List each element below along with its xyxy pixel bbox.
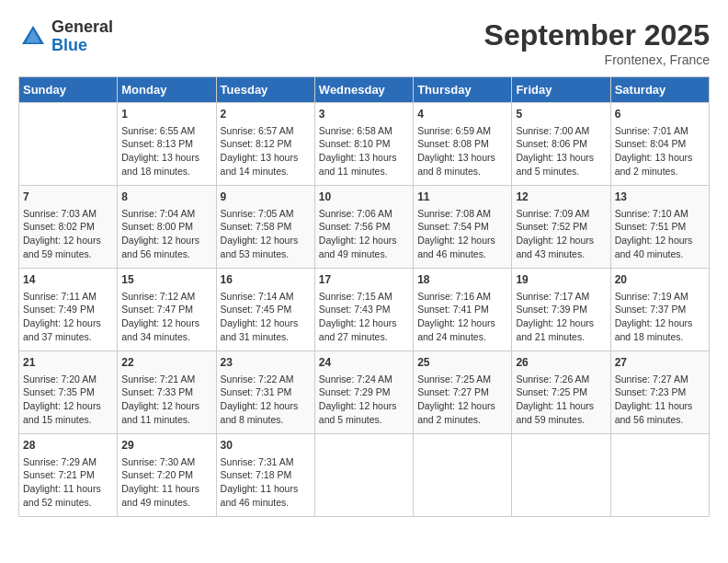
calendar-day-cell: 23Sunrise: 7:22 AM Sunset: 7:31 PM Dayli… xyxy=(216,351,314,434)
day-number: 3 xyxy=(319,107,409,122)
day-info: Sunrise: 7:19 AM Sunset: 7:37 PM Dayligh… xyxy=(615,290,705,344)
day-number: 15 xyxy=(121,272,211,288)
day-info: Sunrise: 7:01 AM Sunset: 8:04 PM Dayligh… xyxy=(615,124,705,178)
calendar-day-cell: 7Sunrise: 7:03 AM Sunset: 8:02 PM Daylig… xyxy=(19,186,118,269)
calendar-day-cell xyxy=(512,434,610,517)
calendar-day-cell: 11Sunrise: 7:08 AM Sunset: 7:54 PM Dayli… xyxy=(414,186,512,269)
logo-text: General Blue xyxy=(51,18,113,55)
calendar-week-row: 21Sunrise: 7:20 AM Sunset: 7:35 PM Dayli… xyxy=(19,351,710,434)
day-info: Sunrise: 7:31 AM Sunset: 7:18 PM Dayligh… xyxy=(221,455,311,510)
calendar-day-cell xyxy=(610,434,709,517)
title-block: September 2025 Frontenex, France xyxy=(484,18,710,67)
logo-blue: Blue xyxy=(51,37,113,55)
location: Frontenex, France xyxy=(484,52,710,67)
day-number: 23 xyxy=(221,355,311,371)
day-number: 16 xyxy=(221,272,311,288)
day-info: Sunrise: 7:06 AM Sunset: 7:56 PM Dayligh… xyxy=(319,207,409,261)
day-number: 2 xyxy=(221,107,311,122)
day-info: Sunrise: 7:05 AM Sunset: 7:58 PM Dayligh… xyxy=(221,207,311,261)
calendar-day-cell: 13Sunrise: 7:10 AM Sunset: 7:51 PM Dayli… xyxy=(610,186,709,269)
logo-icon xyxy=(18,22,48,52)
day-number: 27 xyxy=(615,355,705,371)
calendar-day-cell: 20Sunrise: 7:19 AM Sunset: 7:37 PM Dayli… xyxy=(610,269,709,351)
calendar-body: 1Sunrise: 6:55 AM Sunset: 8:13 PM Daylig… xyxy=(19,103,710,517)
calendar-day-cell: 1Sunrise: 6:55 AM Sunset: 8:13 PM Daylig… xyxy=(118,103,216,186)
calendar-day-cell: 19Sunrise: 7:17 AM Sunset: 7:39 PM Dayli… xyxy=(512,269,610,351)
day-info: Sunrise: 7:30 AM Sunset: 7:20 PM Dayligh… xyxy=(121,455,211,510)
day-number: 7 xyxy=(23,190,113,205)
day-info: Sunrise: 7:20 AM Sunset: 7:35 PM Dayligh… xyxy=(23,373,113,427)
calendar-day-cell xyxy=(19,103,118,186)
calendar-week-row: 14Sunrise: 7:11 AM Sunset: 7:49 PM Dayli… xyxy=(19,269,710,351)
calendar-table: SundayMondayTuesdayWednesdayThursdayFrid… xyxy=(18,76,710,517)
calendar-week-row: 1Sunrise: 6:55 AM Sunset: 8:13 PM Daylig… xyxy=(19,103,710,186)
day-number: 11 xyxy=(417,190,507,205)
day-info: Sunrise: 7:17 AM Sunset: 7:39 PM Dayligh… xyxy=(516,290,606,344)
logo: General Blue xyxy=(18,18,113,55)
calendar-day-cell: 27Sunrise: 7:27 AM Sunset: 7:23 PM Dayli… xyxy=(610,351,709,434)
weekday-header-cell: Saturday xyxy=(610,77,709,103)
month-title: September 2025 xyxy=(484,18,710,52)
weekday-header-cell: Thursday xyxy=(414,77,512,103)
calendar-week-row: 7Sunrise: 7:03 AM Sunset: 8:02 PM Daylig… xyxy=(19,186,710,269)
day-number: 14 xyxy=(23,272,113,288)
day-info: Sunrise: 6:58 AM Sunset: 8:10 PM Dayligh… xyxy=(319,124,409,178)
calendar-day-cell: 3Sunrise: 6:58 AM Sunset: 8:10 PM Daylig… xyxy=(314,103,413,186)
day-number: 1 xyxy=(121,107,211,122)
day-number: 8 xyxy=(121,190,211,205)
calendar-day-cell: 21Sunrise: 7:20 AM Sunset: 7:35 PM Dayli… xyxy=(19,351,118,434)
day-info: Sunrise: 6:57 AM Sunset: 8:12 PM Dayligh… xyxy=(221,124,311,178)
calendar-day-cell: 24Sunrise: 7:24 AM Sunset: 7:29 PM Dayli… xyxy=(314,351,413,434)
day-info: Sunrise: 7:11 AM Sunset: 7:49 PM Dayligh… xyxy=(23,290,113,344)
day-info: Sunrise: 7:10 AM Sunset: 7:51 PM Dayligh… xyxy=(615,207,705,261)
calendar-day-cell: 17Sunrise: 7:15 AM Sunset: 7:43 PM Dayli… xyxy=(314,269,413,351)
weekday-header-cell: Sunday xyxy=(19,77,118,103)
calendar-day-cell: 22Sunrise: 7:21 AM Sunset: 7:33 PM Dayli… xyxy=(118,351,216,434)
weekday-header-cell: Friday xyxy=(512,77,610,103)
day-info: Sunrise: 7:03 AM Sunset: 8:02 PM Dayligh… xyxy=(23,207,113,261)
calendar-day-cell: 6Sunrise: 7:01 AM Sunset: 8:04 PM Daylig… xyxy=(610,103,709,186)
day-number: 6 xyxy=(615,107,705,122)
calendar-day-cell: 9Sunrise: 7:05 AM Sunset: 7:58 PM Daylig… xyxy=(216,186,314,269)
day-number: 21 xyxy=(23,355,113,371)
calendar-day-cell: 26Sunrise: 7:26 AM Sunset: 7:25 PM Dayli… xyxy=(512,351,610,434)
calendar-day-cell: 25Sunrise: 7:25 AM Sunset: 7:27 PM Dayli… xyxy=(414,351,512,434)
day-number: 22 xyxy=(121,355,211,371)
day-info: Sunrise: 7:09 AM Sunset: 7:52 PM Dayligh… xyxy=(516,207,606,261)
calendar-day-cell: 5Sunrise: 7:00 AM Sunset: 8:06 PM Daylig… xyxy=(512,103,610,186)
day-info: Sunrise: 7:24 AM Sunset: 7:29 PM Dayligh… xyxy=(319,373,409,427)
day-info: Sunrise: 7:25 AM Sunset: 7:27 PM Dayligh… xyxy=(417,373,507,427)
day-number: 18 xyxy=(417,272,507,288)
day-number: 5 xyxy=(516,107,606,122)
calendar-day-cell: 4Sunrise: 6:59 AM Sunset: 8:08 PM Daylig… xyxy=(414,103,512,186)
day-number: 9 xyxy=(221,190,311,205)
day-info: Sunrise: 7:15 AM Sunset: 7:43 PM Dayligh… xyxy=(319,290,409,344)
day-number: 19 xyxy=(516,272,606,288)
day-info: Sunrise: 7:26 AM Sunset: 7:25 PM Dayligh… xyxy=(516,373,606,427)
day-info: Sunrise: 7:16 AM Sunset: 7:41 PM Dayligh… xyxy=(417,290,507,344)
day-info: Sunrise: 7:14 AM Sunset: 7:45 PM Dayligh… xyxy=(221,290,311,344)
day-info: Sunrise: 7:29 AM Sunset: 7:21 PM Dayligh… xyxy=(23,455,113,510)
weekday-header-cell: Wednesday xyxy=(314,77,413,103)
logo-general: General xyxy=(51,18,113,37)
day-info: Sunrise: 6:55 AM Sunset: 8:13 PM Dayligh… xyxy=(121,124,211,178)
day-info: Sunrise: 7:22 AM Sunset: 7:31 PM Dayligh… xyxy=(221,373,311,427)
day-number: 12 xyxy=(516,190,606,205)
calendar-day-cell: 29Sunrise: 7:30 AM Sunset: 7:20 PM Dayli… xyxy=(118,434,216,517)
calendar-day-cell: 18Sunrise: 7:16 AM Sunset: 7:41 PM Dayli… xyxy=(414,269,512,351)
day-info: Sunrise: 7:21 AM Sunset: 7:33 PM Dayligh… xyxy=(121,373,211,427)
day-number: 26 xyxy=(516,355,606,371)
weekday-header-row: SundayMondayTuesdayWednesdayThursdayFrid… xyxy=(19,77,710,103)
day-number: 30 xyxy=(221,438,311,454)
day-number: 20 xyxy=(615,272,705,288)
day-info: Sunrise: 7:12 AM Sunset: 7:47 PM Dayligh… xyxy=(121,290,211,344)
day-number: 24 xyxy=(319,355,409,371)
day-info: Sunrise: 6:59 AM Sunset: 8:08 PM Dayligh… xyxy=(417,124,507,178)
day-info: Sunrise: 7:00 AM Sunset: 8:06 PM Dayligh… xyxy=(516,124,606,178)
weekday-header-cell: Tuesday xyxy=(216,77,314,103)
calendar-day-cell: 10Sunrise: 7:06 AM Sunset: 7:56 PM Dayli… xyxy=(314,186,413,269)
day-number: 29 xyxy=(121,438,211,454)
day-number: 17 xyxy=(319,272,409,288)
day-number: 4 xyxy=(417,107,507,122)
calendar-day-cell: 16Sunrise: 7:14 AM Sunset: 7:45 PM Dayli… xyxy=(216,269,314,351)
